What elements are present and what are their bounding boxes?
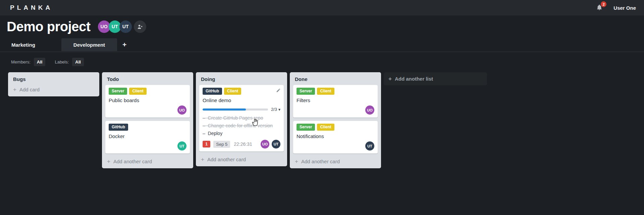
card-title: Online demo bbox=[203, 97, 280, 103]
plus-icon bbox=[201, 157, 204, 162]
label-chip[interactable]: Client bbox=[317, 124, 334, 131]
card-title: Docker bbox=[109, 133, 186, 139]
add-list-label: Add another list bbox=[395, 76, 433, 82]
card-labels: ServerClient bbox=[297, 88, 374, 95]
label-chip[interactable]: Server bbox=[109, 88, 127, 95]
card-member-avatar[interactable]: UT bbox=[272, 140, 280, 148]
tab-marketing[interactable]: Marketing bbox=[11, 38, 47, 51]
list-title[interactable]: Todo bbox=[105, 75, 190, 85]
list-done: DoneServerClientFiltersUOServerClientNot… bbox=[290, 72, 381, 168]
board-tabs: MarketingDevelopment+ bbox=[0, 38, 644, 51]
add-card-button[interactable]: Add another card bbox=[199, 155, 284, 163]
card[interactable]: ServerClientPublic boardsUO bbox=[105, 85, 190, 118]
task-item[interactable]: Change code for offline version bbox=[203, 122, 280, 130]
add-card-label: Add another card bbox=[301, 159, 340, 164]
notifications-button[interactable]: 2 bbox=[596, 4, 603, 11]
tab-development[interactable]: Development bbox=[61, 38, 117, 51]
user-menu[interactable]: User One bbox=[613, 5, 636, 11]
progress-fill bbox=[203, 109, 246, 111]
plus-icon bbox=[388, 76, 392, 82]
task-progress: 2/3 bbox=[203, 107, 280, 112]
card-avatars: UT bbox=[109, 141, 186, 150]
plus-icon bbox=[107, 159, 110, 164]
card-member-avatar[interactable]: UT bbox=[365, 141, 374, 150]
add-card-button[interactable]: Add card bbox=[11, 85, 96, 93]
timer-badge[interactable]: 22:26:31 bbox=[234, 141, 252, 147]
card-labels: ServerClient bbox=[297, 124, 374, 131]
add-card-label: Add card bbox=[19, 87, 40, 92]
members-filter-label: Members: bbox=[11, 59, 31, 64]
card-member-avatar[interactable]: UO bbox=[177, 105, 186, 115]
label-chip[interactable]: GitHub bbox=[109, 124, 128, 131]
project-title[interactable]: Demo project bbox=[7, 18, 91, 35]
label-chip[interactable]: Client bbox=[129, 88, 146, 95]
task-list: Create GitHub Pages repoChange code for … bbox=[203, 114, 280, 137]
card-avatars: UO bbox=[297, 105, 374, 115]
label-chip[interactable]: Server bbox=[297, 88, 315, 95]
card[interactable]: GitHubClientOnline demo2/3Create GitHub … bbox=[199, 85, 284, 152]
label-chip[interactable]: Server bbox=[297, 124, 315, 131]
card[interactable]: ServerClientNotificationsUT bbox=[293, 121, 378, 154]
card-title: Public boards bbox=[109, 97, 186, 103]
list-todo: TodoServerClientPublic boardsUOGitHubDoc… bbox=[102, 72, 193, 168]
add-card-label: Add another card bbox=[113, 159, 152, 164]
edit-card-button[interactable] bbox=[276, 88, 281, 93]
add-card-button[interactable]: Add another card bbox=[293, 157, 378, 165]
card-member-avatar[interactable]: UT bbox=[177, 141, 186, 150]
plus-icon bbox=[295, 159, 298, 164]
add-card-label: Add another card bbox=[207, 157, 246, 162]
project-header: Demo project UOUTUT bbox=[0, 15, 644, 35]
list-bugs: BugsAdd card bbox=[8, 72, 99, 96]
plus-icon bbox=[13, 87, 16, 92]
planka-logo[interactable]: PLANKA bbox=[10, 4, 53, 11]
card-avatars: UT bbox=[297, 141, 374, 150]
progress-count[interactable]: 2/3 bbox=[271, 107, 280, 112]
list-title[interactable]: Bugs bbox=[11, 75, 96, 85]
topbar-right: 2 User One bbox=[596, 4, 636, 11]
add-card-button[interactable]: Add another card bbox=[105, 157, 190, 165]
add-board-button[interactable]: + bbox=[122, 41, 126, 48]
card-member-avatar[interactable]: UO bbox=[261, 140, 269, 148]
card-member-avatar[interactable]: UO bbox=[365, 105, 374, 115]
list-doing: DoingGitHubClientOnline demo2/3Create Gi… bbox=[196, 72, 287, 166]
progress-bar bbox=[203, 109, 268, 111]
add-another-list-button[interactable]: Add another list bbox=[384, 72, 487, 85]
board: BugsAdd cardTodoServerClientPublic board… bbox=[0, 66, 644, 168]
list-title[interactable]: Doing bbox=[199, 75, 284, 85]
labels-filter-value[interactable]: All bbox=[72, 58, 84, 66]
label-chip[interactable]: Client bbox=[317, 88, 334, 95]
notifications-count-badge: 2 bbox=[601, 1, 606, 7]
top-bar: PLANKA 2 User One bbox=[0, 0, 644, 15]
member-avatar[interactable]: UT bbox=[119, 20, 132, 33]
label-chip[interactable]: Client bbox=[224, 88, 241, 95]
user-plus-icon bbox=[137, 24, 143, 30]
card[interactable]: GitHubDockerUT bbox=[105, 121, 190, 154]
task-item[interactable]: Create GitHub Pages repo bbox=[203, 114, 280, 122]
chevron-down-icon bbox=[278, 107, 280, 112]
label-chip[interactable]: GitHub bbox=[203, 88, 222, 95]
card[interactable]: ServerClientFiltersUO bbox=[293, 85, 378, 118]
card-notifications-badge: 1 bbox=[203, 141, 210, 147]
due-date-badge[interactable]: Sep 5 bbox=[213, 141, 230, 148]
add-member-button[interactable] bbox=[134, 20, 146, 33]
card-labels: GitHubClient bbox=[203, 88, 280, 95]
labels-filter-label: Labels: bbox=[55, 59, 69, 64]
list-title[interactable]: Done bbox=[293, 75, 378, 85]
card-title: Filters bbox=[297, 97, 374, 103]
task-item[interactable]: Deploy bbox=[203, 130, 280, 137]
card-labels: ServerClient bbox=[109, 88, 186, 95]
card-title: Notifications bbox=[297, 133, 374, 139]
pencil-icon bbox=[276, 88, 281, 93]
card-avatars: UO bbox=[109, 105, 186, 115]
main-content: Demo project UOUTUT MarketingDevelopment… bbox=[0, 15, 644, 168]
project-members: UOUTUT bbox=[98, 20, 146, 33]
card-labels: GitHub bbox=[109, 124, 186, 131]
filter-bar: Members: All Labels: All bbox=[0, 52, 644, 66]
members-filter-value[interactable]: All bbox=[34, 58, 46, 66]
card-meta: 1Sep 522:26:31UOUT bbox=[203, 140, 280, 148]
